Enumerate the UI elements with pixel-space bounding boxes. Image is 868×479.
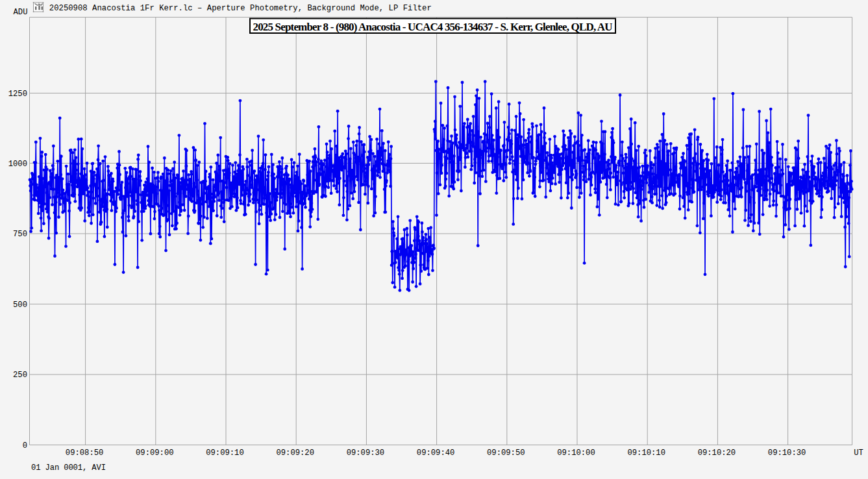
svg-text:UT: UT bbox=[854, 448, 863, 458]
svg-text:1250: 1250 bbox=[8, 90, 27, 99]
svg-text:09:10:00: 09:10:00 bbox=[557, 448, 595, 458]
svg-text:500: 500 bbox=[13, 301, 27, 310]
svg-text:250: 250 bbox=[13, 371, 27, 380]
svg-text:09:09:10: 09:09:10 bbox=[206, 448, 244, 458]
svg-text:2025 September 8 - (980) Anaco: 2025 September 8 - (980) Anacostia - UCA… bbox=[253, 21, 613, 33]
svg-text:750: 750 bbox=[13, 230, 27, 239]
svg-text:09:09:20: 09:09:20 bbox=[276, 448, 314, 458]
svg-text:09:09:40: 09:09:40 bbox=[417, 448, 455, 458]
svg-text:09:09:50: 09:09:50 bbox=[487, 448, 525, 458]
svg-text:09:10:10: 09:10:10 bbox=[627, 448, 665, 458]
svg-text:09:09:00: 09:09:00 bbox=[136, 448, 174, 458]
svg-text:09:08:50: 09:08:50 bbox=[66, 448, 104, 458]
svg-text:0: 0 bbox=[23, 441, 27, 450]
svg-text:09:10:20: 09:10:20 bbox=[698, 448, 736, 458]
svg-text:20250908 Anacostia 1Fr Kerr.lc: 20250908 Anacostia 1Fr Kerr.lc – Apertur… bbox=[49, 4, 432, 13]
svg-text:09:10:30: 09:10:30 bbox=[768, 448, 806, 458]
svg-text:01 Jan 0001, AVI: 01 Jan 0001, AVI bbox=[31, 463, 106, 473]
svg-text:09:09:30: 09:09:30 bbox=[347, 448, 385, 458]
svg-text:1000: 1000 bbox=[8, 160, 27, 169]
svg-text:ADU: ADU bbox=[14, 8, 28, 17]
